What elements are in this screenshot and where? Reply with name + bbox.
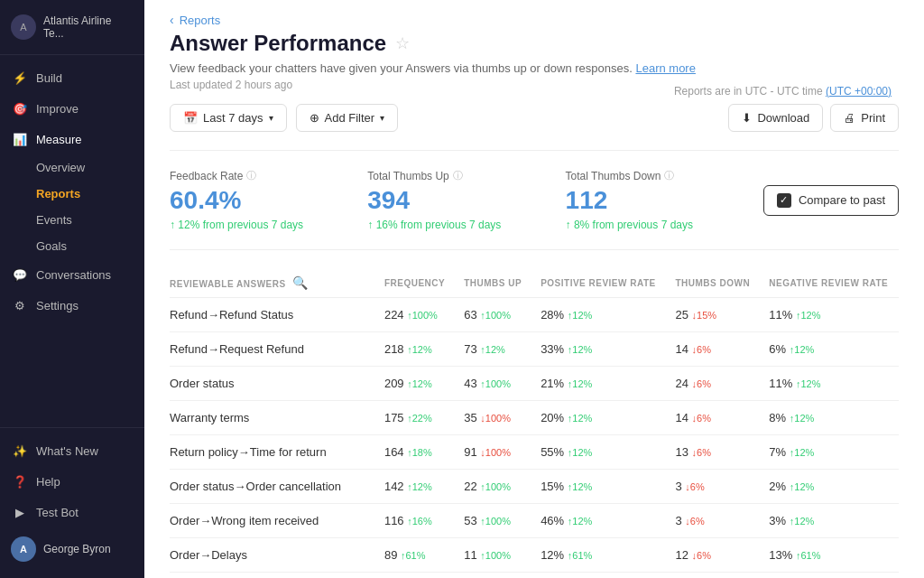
filter-icon: ⊕: [310, 111, 319, 125]
stat-thumbs-up: Total Thumbs Up ⓘ 394 ↑ 16% from previou…: [367, 169, 565, 231]
col-reviewable-answers: Reviewable Answers 🔍: [170, 268, 375, 298]
cell-neg-rate: 6% ↑12%: [760, 332, 899, 367]
table-row: Refund→Refund Status 224 ↑100% 63 ↑100% …: [170, 298, 899, 332]
table-row: Order→Delays 89 ↑61% 11 ↑100% 12% ↑61% 1…: [170, 538, 899, 573]
favorite-star-icon[interactable]: ☆: [395, 33, 410, 53]
table-row: Order status 209 ↑12% 43 ↑100% 21% ↑12% …: [170, 367, 899, 401]
sidebar-item-label: Settings: [36, 299, 79, 312]
compare-checkbox: ✓: [777, 193, 791, 208]
sidebar-item-label: What's New: [36, 444, 98, 458]
sidebar-bottom: ✨ What's New ❓ Help ▶ Test Bot A George …: [0, 427, 144, 578]
cell-frequency: 164 ↑18%: [375, 435, 455, 470]
cell-neg-rate: 2% ↑12%: [760, 470, 899, 504]
cell-answer: Refund→Compensation: [170, 573, 375, 579]
cell-thumbs-down: 14 ↓6%: [666, 401, 760, 435]
stats-row: Feedback Rate ⓘ 60.4% ↑ 12% from previou…: [170, 150, 899, 250]
cell-pos-rate: 12% ↑61%: [531, 538, 666, 573]
test-bot-icon: ▶: [13, 505, 27, 519]
info-icon[interactable]: ⓘ: [664, 169, 674, 182]
sidebar-item-improve[interactable]: 🎯 Improve: [0, 93, 144, 124]
download-button[interactable]: ⬇ Download: [728, 104, 823, 132]
stat-label: Total Thumbs Down ⓘ: [566, 169, 736, 182]
search-answers-button[interactable]: 🔍: [289, 275, 311, 290]
page-subtitle: View feedback your chatters have given y…: [170, 61, 899, 75]
date-range-button[interactable]: 📅 Last 7 days ▾: [170, 104, 287, 132]
table-row: Refund→Request Refund 218 ↑12% 73 ↑12% 3…: [170, 332, 899, 367]
cell-thumbs-down: 25 ↓15%: [666, 298, 760, 332]
sidebar-item-help[interactable]: ❓ Help: [0, 466, 144, 497]
add-filter-button[interactable]: ⊕ Add Filter ▾: [296, 104, 399, 132]
cell-pos-rate: 20% ↑12%: [531, 401, 666, 435]
utc-link[interactable]: (UTC +00:00): [826, 85, 892, 98]
sidebar-item-whats-new[interactable]: ✨ What's New: [0, 435, 144, 466]
cell-frequency: 89 ↑61%: [375, 538, 455, 573]
cell-thumbs-down: 12 ↓6%: [666, 538, 760, 573]
compare-to-past-button[interactable]: ✓ Compare to past: [763, 185, 899, 216]
sidebar-item-label: Help: [36, 475, 60, 489]
cell-answer: Refund→Request Refund: [170, 332, 375, 367]
cell-neg-rate: 7% ↑12%: [760, 435, 899, 470]
conversations-icon: 💬: [13, 267, 27, 282]
user-footer: A George Byron: [0, 527, 144, 571]
help-icon: ❓: [13, 474, 27, 489]
sidebar-item-goals[interactable]: Goals: [0, 233, 144, 259]
cell-answer: Order status→Order cancellation: [170, 470, 375, 504]
cell-frequency: 175 ↑22%: [375, 401, 455, 435]
cell-frequency: 116 ↑16%: [375, 504, 455, 538]
col-thumbs-up: Thumbs Up: [455, 268, 531, 298]
sidebar-item-conversations[interactable]: 💬 Conversations: [0, 259, 144, 290]
col-positive-review-rate: Positive Review Rate: [531, 268, 666, 298]
sidebar-item-events[interactable]: Events: [0, 207, 144, 233]
sidebar-item-measure[interactable]: 📊 Measure: [0, 124, 144, 154]
page-title: Answer Performance: [170, 31, 386, 56]
cell-answer: Refund→Refund Status: [170, 298, 375, 332]
table-row: Order status→Order cancellation 142 ↑12%…: [170, 470, 899, 504]
print-button[interactable]: 🖨 Print: [830, 104, 899, 132]
stat-value: 60.4%: [170, 186, 340, 215]
cell-thumbs-up: 11 ↑100%: [455, 538, 531, 573]
cell-answer: Order→Wrong item received: [170, 504, 375, 538]
sidebar-nav: ⚡ Build 🎯 Improve 📊 Measure Overview Rep…: [0, 55, 144, 427]
cell-thumbs-up: 22 ↑100%: [455, 470, 531, 504]
sidebar-item-label: Measure: [36, 133, 82, 146]
cell-pos-rate: 55% ↑12%: [531, 435, 666, 470]
breadcrumb[interactable]: ‹ Reports: [170, 0, 899, 31]
cell-neg-rate: 4% ↑12%: [760, 573, 899, 579]
answers-table-wrapper: Reviewable Answers 🔍 Frequency Thumbs Up…: [170, 268, 899, 578]
sidebar-item-reports[interactable]: Reports: [0, 181, 144, 207]
measure-icon: 📊: [13, 132, 27, 146]
cell-answer: Order status: [170, 367, 375, 401]
info-icon[interactable]: ⓘ: [246, 169, 256, 182]
calendar-icon: 📅: [183, 111, 198, 125]
info-icon[interactable]: ⓘ: [453, 169, 463, 182]
sidebar-item-overview[interactable]: Overview: [0, 154, 144, 181]
cell-neg-rate: 13% ↑61%: [760, 538, 899, 573]
table-row: Warranty terms 175 ↑22% 35 ↓100% 20% ↑12…: [170, 401, 899, 435]
sidebar-item-build[interactable]: ⚡ Build: [0, 62, 144, 93]
col-thumbs-down: Thumbs Down: [666, 268, 760, 298]
stat-change: ↑ 12% from previous 7 days: [170, 219, 340, 231]
stat-change: ↑ 16% from previous 7 days: [367, 219, 538, 231]
workspace-name: Atlantis Airline Te...: [43, 14, 134, 40]
cell-thumbs-up: 43 ↑100%: [455, 367, 531, 401]
sidebar-item-test-bot[interactable]: ▶ Test Bot: [0, 497, 144, 527]
sidebar-item-settings[interactable]: ⚙ Settings: [0, 290, 144, 321]
last-updated: Last updated 2 hours ago: [170, 79, 292, 91]
table-row: Order→Wrong item received 116 ↑16% 53 ↑1…: [170, 504, 899, 538]
main-content: ‹ Reports Answer Performance ☆ View feed…: [144, 0, 924, 578]
learn-more-link[interactable]: Learn more: [635, 61, 695, 75]
download-icon: ⬇: [742, 111, 752, 125]
cell-thumbs-up: 35 ↓100%: [455, 401, 531, 435]
cell-answer: Warranty terms: [170, 401, 375, 435]
toolbar-right: ⬇ Download 🖨 Print: [728, 104, 899, 132]
sidebar: A Atlantis Airline Te... ⚡ Build 🎯 Impro…: [0, 0, 144, 578]
cell-thumbs-down: 3 ↓6%: [666, 470, 760, 504]
stat-label: Feedback Rate ⓘ: [170, 169, 340, 182]
print-icon: 🖨: [844, 111, 855, 125]
cell-pos-rate: 33% ↑12%: [531, 332, 666, 367]
table-row: Refund→Compensation 43 ↑100% 2 ↑100% 0.4…: [170, 573, 899, 579]
col-negative-review-rate: Negative Review Rate: [760, 268, 899, 298]
chevron-down-icon: ▾: [269, 113, 273, 123]
chevron-down-icon: ▾: [380, 113, 384, 123]
cell-neg-rate: 3% ↑12%: [760, 504, 899, 538]
